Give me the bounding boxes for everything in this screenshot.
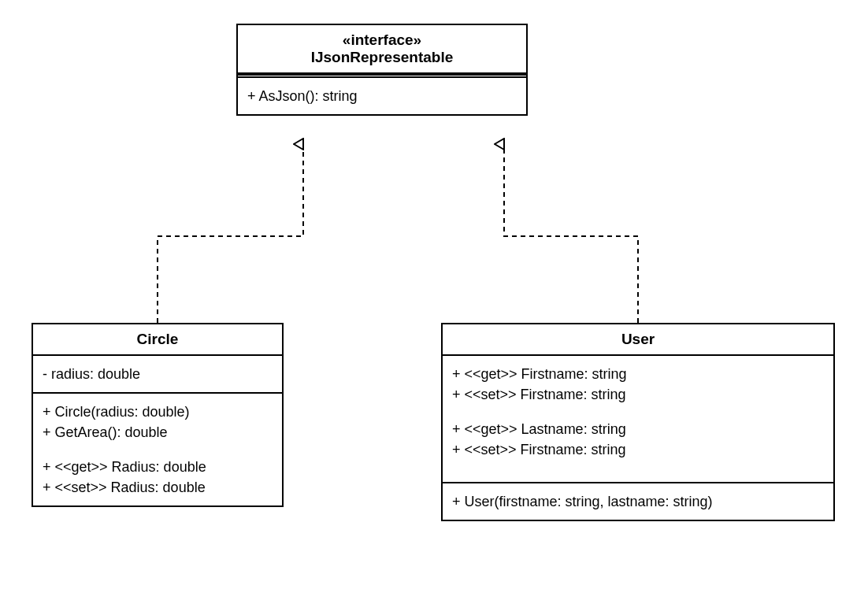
- user-attribute: + <<set>> Firstname: string: [452, 439, 824, 460]
- circle-method: + <<get>> Radius: double: [43, 457, 273, 477]
- user-method: + User(firstname: string, lastname: stri…: [452, 491, 824, 512]
- user-box: User + <<get>> Firstname: string + <<set…: [441, 323, 835, 521]
- interface-method: + AsJson(): string: [247, 86, 517, 106]
- circle-box: Circle - radius: double + Circle(radius:…: [32, 323, 284, 507]
- circle-attribute: - radius: double: [43, 364, 273, 384]
- circle-methods: + Circle(radius: double) + GetArea(): do…: [33, 394, 282, 505]
- circle-realization-line: [158, 144, 303, 323]
- circle-method: + <<set>> Radius: double: [43, 477, 273, 498]
- circle-attributes: - radius: double: [33, 356, 282, 392]
- user-methods: + User(firstname: string, lastname: stri…: [443, 483, 833, 520]
- interface-name: IJsonRepresentable: [246, 49, 518, 66]
- user-attributes: + <<get>> Firstname: string + <<set>> Fi…: [443, 356, 833, 482]
- user-attribute: + <<get>> Firstname: string: [452, 364, 824, 384]
- interface-stereotype: «interface»: [246, 31, 518, 49]
- interface-box: «interface» IJsonRepresentable + AsJson(…: [236, 24, 528, 116]
- user-attribute: + <<get>> Lastname: string: [452, 419, 824, 439]
- circle-method: + GetArea(): double: [43, 422, 273, 443]
- user-title: User: [443, 324, 833, 356]
- circle-title: Circle: [33, 324, 282, 356]
- interface-title: «interface» IJsonRepresentable: [238, 25, 526, 74]
- interface-methods: + AsJson(): string: [238, 78, 526, 114]
- circle-method: + Circle(radius: double): [43, 402, 273, 422]
- user-realization-line: [504, 144, 638, 323]
- user-attribute: + <<set>> Firstname: string: [452, 384, 824, 405]
